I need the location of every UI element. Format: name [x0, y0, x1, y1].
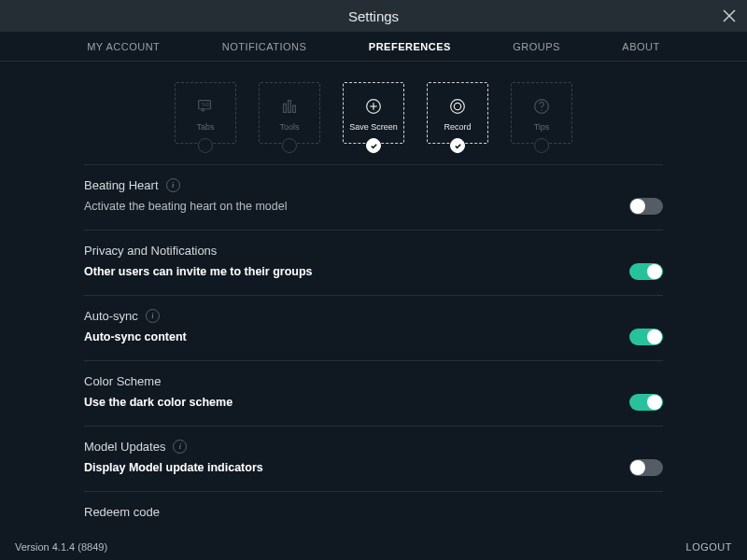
content-area: TAB Tabs Tools Save Screen Record — [0, 62, 747, 534]
info-icon[interactable]: i — [166, 178, 180, 192]
tile-check — [198, 138, 213, 153]
tab-bar: MY ACCOUNT NOTIFICATIONS PREFERENCES GRO… — [0, 32, 747, 62]
tile-label: Tabs — [196, 122, 214, 132]
close-icon[interactable] — [721, 7, 738, 24]
setting-desc: Use the dark color scheme — [84, 396, 233, 409]
tile-save-screen[interactable]: Save Screen — [343, 82, 404, 144]
tile-record[interactable]: Record — [427, 82, 488, 144]
toggle-autosync[interactable] — [629, 329, 663, 345]
tile-label: Record — [444, 122, 471, 132]
version-label: Version 4.1.4 (8849) — [15, 541, 107, 553]
info-icon[interactable]: i — [146, 309, 160, 323]
svg-point-12 — [451, 100, 465, 114]
tile-label: Save Screen — [349, 122, 398, 132]
section-colorscheme: Color Scheme Use the dark color scheme — [84, 360, 663, 426]
setting-desc: Activate the beating heart on the model — [84, 200, 288, 213]
tile-check — [450, 138, 465, 153]
svg-point-15 — [541, 110, 542, 111]
section-beating-heart: Beating Heart i Activate the beating hea… — [84, 164, 663, 230]
record-icon — [445, 94, 470, 119]
setting-desc: Auto-sync content — [84, 330, 187, 343]
logout-button[interactable]: LOGOUT — [686, 541, 732, 553]
tile-tabs[interactable]: TAB Tabs — [175, 82, 236, 144]
tile-tools[interactable]: Tools — [259, 82, 320, 144]
section-autosync: Auto-sync i Auto-sync content — [84, 295, 663, 360]
section-privacy: Privacy and Notifications Other users ca… — [84, 230, 663, 295]
section-heading: Color Scheme — [84, 374, 161, 388]
section-heading: Beating Heart — [84, 178, 159, 192]
icon-tile-row: TAB Tabs Tools Save Screen Record — [84, 82, 663, 144]
tile-check — [366, 138, 381, 153]
tab-about[interactable]: ABOUT — [622, 41, 659, 52]
tile-label: Tools — [279, 122, 299, 132]
tile-check — [282, 138, 297, 153]
tab-my-account[interactable]: MY ACCOUNT — [87, 41, 160, 52]
tab-preferences[interactable]: PREFERENCES — [369, 41, 451, 52]
toggle-invite[interactable] — [629, 263, 663, 280]
footer: Version 4.1.4 (8849) LOGOUT — [0, 534, 747, 560]
redeem-label: Redeem code — [84, 505, 160, 519]
section-updates: Model Updates i Display Model update ind… — [84, 426, 663, 491]
section-heading: Auto-sync — [84, 309, 138, 323]
question-icon — [529, 94, 554, 119]
toggle-model-updates[interactable] — [629, 459, 663, 476]
svg-rect-6 — [284, 104, 287, 112]
tab-groups[interactable]: GROUPS — [513, 41, 560, 52]
section-heading: Privacy and Notifications — [84, 244, 217, 258]
svg-rect-8 — [293, 105, 296, 112]
toggle-beating-heart[interactable] — [629, 198, 663, 215]
titlebar: Settings — [0, 0, 747, 32]
setting-desc: Display Model update indicators — [84, 461, 263, 474]
setting-desc: Other users can invite me to their group… — [84, 265, 313, 278]
tile-tips[interactable]: Tips — [511, 82, 572, 144]
tools-icon — [277, 94, 302, 119]
tile-check — [534, 138, 549, 153]
svg-point-13 — [454, 103, 460, 109]
plus-circle-icon — [361, 94, 386, 119]
info-icon[interactable]: i — [173, 440, 187, 454]
section-redeem[interactable]: Redeem code — [84, 491, 663, 519]
tile-label: Tips — [534, 122, 550, 132]
svg-text:TAB: TAB — [201, 103, 209, 107]
window-title: Settings — [348, 8, 399, 24]
tab-notifications[interactable]: NOTIFICATIONS — [222, 41, 307, 52]
svg-rect-7 — [289, 101, 291, 113]
section-heading: Model Updates — [84, 440, 165, 454]
tabs-icon: TAB — [193, 94, 218, 119]
toggle-darkmode[interactable] — [629, 394, 663, 411]
